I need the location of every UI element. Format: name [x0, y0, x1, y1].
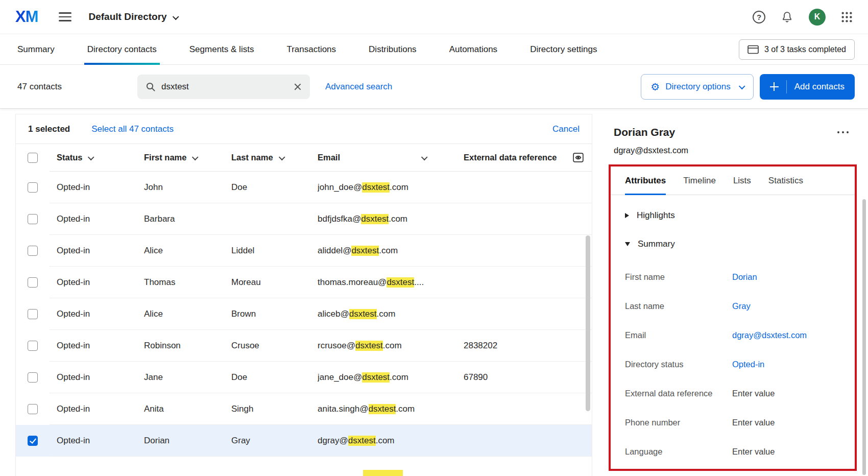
- tab-directory-contacts[interactable]: Directory contacts: [87, 34, 157, 64]
- search-highlight: dsxtest: [362, 372, 390, 383]
- selected-count: 1 selected: [28, 124, 70, 134]
- panel-tab-timeline[interactable]: Timeline: [683, 166, 716, 195]
- cell-first-name: Dorian: [144, 436, 231, 446]
- tab-transactions[interactable]: Transactions: [286, 34, 336, 64]
- cell-status: Opted-in: [57, 182, 144, 193]
- contacts-count: 47 contacts: [17, 82, 62, 92]
- table-header-row: Status First name Last name Email Extern…: [16, 144, 592, 172]
- highlight-sliver: [363, 470, 403, 476]
- table-row[interactable]: Opted-in Thomas Moreau thomas.moreau@dsx…: [16, 267, 592, 298]
- table-row[interactable]: Opted-in Robinson Crusoe rcrusoe@dsxtest…: [16, 330, 592, 362]
- add-contacts-label: Add contacts: [794, 82, 845, 92]
- row-checkbox[interactable]: [28, 372, 38, 383]
- select-all-checkbox[interactable]: [28, 153, 38, 163]
- cell-last-name: Crusoe: [231, 341, 318, 351]
- select-all-link[interactable]: Select all 47 contacts: [91, 124, 174, 134]
- row-checkbox[interactable]: [28, 182, 38, 193]
- cell-last-name: Doe: [231, 372, 318, 383]
- field-value-link[interactable]: Dorian: [732, 272, 757, 282]
- table-scrollbar[interactable]: [586, 235, 590, 411]
- table-row-selected[interactable]: Opted-in Dorian Gray dgray@dsxtest.com: [16, 425, 592, 457]
- cell-first-name: Anita: [144, 404, 231, 414]
- table-row[interactable]: Opted-in Anita Singh anita.singh@dsxtest…: [16, 393, 592, 425]
- sort-chevron-icon[interactable]: [192, 154, 199, 160]
- table-row[interactable]: Opted-in Jane Doe jane_doe@dsxtest.com 6…: [16, 362, 592, 393]
- field-directory-status: Directory status Opted-in: [625, 350, 840, 379]
- directory-selector-label: Default Directory: [89, 11, 167, 22]
- directory-options-button[interactable]: ⚙ Directory options: [641, 74, 754, 100]
- cell-email: aliceb@dsxtest.com: [318, 309, 464, 319]
- header-external-data-reference[interactable]: External data reference: [464, 151, 585, 164]
- panel-tab-attributes[interactable]: Attributes: [625, 166, 666, 195]
- field-value-link[interactable]: Gray: [732, 301, 751, 311]
- sort-chevron-icon[interactable]: [88, 154, 94, 160]
- page-scrollbar[interactable]: [862, 199, 866, 475]
- sort-chevron-icon[interactable]: [421, 154, 428, 160]
- column-visibility-icon[interactable]: [572, 151, 585, 164]
- hamburger-menu-icon[interactable]: [59, 10, 71, 24]
- table-row[interactable]: Opted-in John Doe john_doe@dsxtest.com: [16, 172, 592, 203]
- tab-summary[interactable]: Summary: [17, 34, 55, 64]
- tab-automations[interactable]: Automations: [449, 34, 498, 64]
- clear-search-icon[interactable]: [294, 83, 302, 91]
- advanced-search-link[interactable]: Advanced search: [325, 82, 392, 92]
- row-checkbox-checked[interactable]: [28, 436, 38, 446]
- directory-selector[interactable]: Default Directory: [89, 11, 178, 22]
- table-row[interactable]: Opted-in Alice Liddel aliddel@dsxtest.co…: [16, 235, 592, 267]
- avatar[interactable]: K: [809, 9, 826, 26]
- row-checkbox[interactable]: [28, 277, 38, 288]
- table-row[interactable]: Opted-in Barbara bdfjdsfka@dsxtest.com: [16, 203, 592, 235]
- contact-detail-panel: Dorian Gray dgray@dsxtest.com Attributes…: [609, 114, 857, 476]
- chevron-down-icon: [739, 83, 745, 89]
- cell-last-name: Singh: [231, 404, 318, 414]
- field-value-placeholder[interactable]: Enter value: [732, 447, 775, 457]
- sort-chevron-icon[interactable]: [278, 154, 285, 160]
- tasks-completed-button[interactable]: 3 of 3 tasks completed: [739, 39, 855, 60]
- field-value-link[interactable]: Opted-in: [732, 360, 764, 369]
- collapsed-triangle-icon: [625, 213, 629, 218]
- row-checkbox[interactable]: [28, 246, 38, 256]
- header-last-name[interactable]: Last name: [231, 153, 318, 162]
- header-first-name[interactable]: First name: [144, 153, 231, 162]
- more-options-icon[interactable]: [837, 131, 849, 134]
- search-icon: [146, 82, 156, 92]
- tab-segments-lists[interactable]: Segments & lists: [189, 34, 254, 64]
- cell-first-name: Robinson: [144, 341, 231, 351]
- field-email: Email dgray@dsxtest.com: [625, 321, 840, 350]
- cell-first-name: Barbara: [144, 214, 231, 224]
- search-input[interactable]: [161, 82, 288, 92]
- tab-directory-settings[interactable]: Directory settings: [530, 34, 597, 64]
- row-checkbox[interactable]: [28, 309, 38, 319]
- notifications-bell-icon[interactable]: [781, 11, 793, 23]
- search-box[interactable]: [137, 75, 310, 99]
- plus-icon: [770, 82, 779, 91]
- section-summary[interactable]: Summary: [611, 239, 855, 249]
- tab-distributions[interactable]: Distributions: [369, 34, 417, 64]
- add-contacts-button[interactable]: Add contacts: [760, 74, 855, 100]
- cell-last-name: Doe: [231, 182, 318, 193]
- panel-tab-statistics[interactable]: Statistics: [768, 166, 803, 195]
- cell-first-name: Thomas: [144, 277, 231, 288]
- apps-grid-icon[interactable]: [841, 11, 853, 23]
- cell-first-name: Alice: [144, 309, 231, 319]
- field-value-placeholder[interactable]: Enter value: [732, 418, 775, 427]
- row-checkbox[interactable]: [28, 404, 38, 414]
- header-email[interactable]: Email: [318, 153, 464, 162]
- field-value-link[interactable]: dgray@dsxtest.com: [732, 330, 807, 340]
- row-checkbox[interactable]: [28, 341, 38, 351]
- header-status[interactable]: Status: [57, 153, 144, 162]
- help-icon[interactable]: ?: [753, 11, 765, 23]
- attribute-fields: First name Dorian Last name Gray Email d…: [611, 263, 855, 466]
- row-checkbox[interactable]: [28, 214, 38, 224]
- field-value-placeholder[interactable]: Enter value: [732, 389, 775, 398]
- selection-bar: 1 selected Select all 47 contacts Cancel: [16, 114, 592, 144]
- contact-name: Dorian Gray: [614, 126, 675, 138]
- table-row[interactable]: Opted-in Alice Brown aliceb@dsxtest.com: [16, 298, 592, 330]
- cell-status: Opted-in: [57, 214, 144, 224]
- xm-logo: XM: [15, 8, 38, 26]
- cell-email: dgray@dsxtest.com: [318, 436, 464, 446]
- panel-tab-lists[interactable]: Lists: [733, 166, 751, 195]
- section-highlights[interactable]: Highlights: [611, 210, 855, 221]
- cancel-selection-link[interactable]: Cancel: [552, 124, 580, 134]
- cell-first-name: Jane: [144, 372, 231, 383]
